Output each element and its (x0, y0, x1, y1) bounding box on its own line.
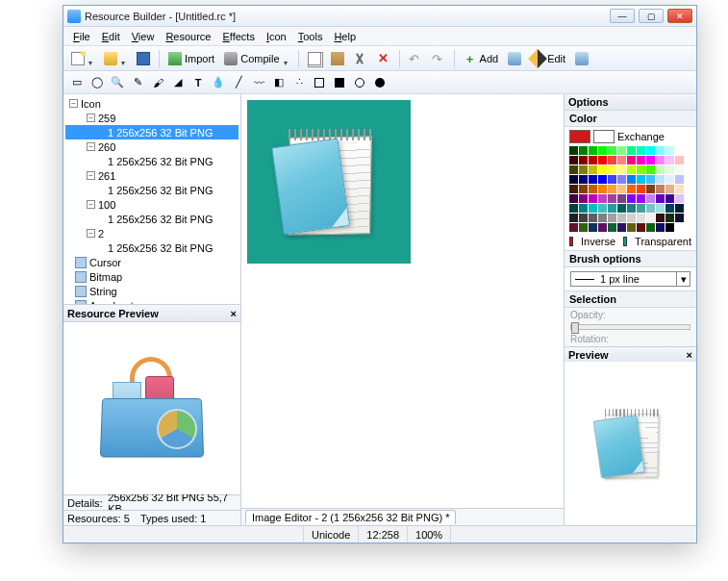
palette-cell[interactable] (637, 223, 645, 232)
palette-cell[interactable] (569, 214, 578, 222)
palette-cell[interactable] (646, 223, 655, 232)
palette-cell[interactable] (665, 146, 674, 155)
palette-cell[interactable] (608, 146, 616, 155)
palette-cell[interactable] (637, 194, 645, 203)
close-button[interactable]: ✕ (667, 9, 692, 23)
palette-cell[interactable] (598, 175, 607, 184)
palette-cell[interactable] (675, 175, 684, 184)
palette-cell[interactable] (627, 194, 636, 203)
menu-icon[interactable]: Icon (261, 29, 292, 44)
palette-cell[interactable] (598, 156, 607, 164)
image-canvas[interactable] (247, 100, 411, 264)
palette-cell[interactable] (589, 214, 597, 222)
brush-dropdown[interactable]: ▾ (677, 271, 690, 287)
palette-cell[interactable] (579, 165, 588, 174)
palette-cell[interactable] (656, 214, 665, 222)
select-rect-tool[interactable]: ▭ (69, 75, 85, 90)
redo-button[interactable] (428, 49, 449, 68)
save-button[interactable] (133, 49, 154, 68)
palette-cell[interactable] (656, 223, 665, 232)
editor-tab[interactable]: Image Editor - 2 (1 256x256 32 Bit PNG) … (245, 510, 456, 524)
rect-outline-tool[interactable] (312, 75, 327, 90)
line-tool[interactable]: ╱ (231, 75, 246, 90)
palette-cell[interactable] (637, 185, 645, 193)
palette-cell[interactable] (589, 175, 597, 184)
extra-button[interactable] (571, 49, 592, 68)
undo-button[interactable] (405, 49, 426, 68)
transparent-swatch[interactable] (623, 237, 627, 246)
inverse-swatch[interactable] (569, 237, 573, 246)
palette-cell[interactable] (608, 165, 616, 174)
open-button[interactable] (100, 49, 131, 68)
tree-type[interactable]: String (65, 284, 238, 298)
palette-cell[interactable] (675, 165, 684, 174)
palette-cell[interactable] (637, 204, 645, 213)
palette-cell[interactable] (617, 214, 626, 222)
palette-cell[interactable] (646, 175, 655, 184)
palette-cell[interactable] (675, 156, 684, 164)
palette-cell[interactable] (665, 214, 674, 222)
palette-cell[interactable] (646, 165, 655, 174)
palette-cell[interactable] (589, 185, 597, 193)
palette-cell[interactable] (579, 194, 588, 203)
palette-cell[interactable] (569, 204, 578, 213)
palette-cell[interactable] (637, 175, 645, 184)
menu-tools[interactable]: Tools (292, 29, 329, 44)
palette-cell[interactable] (646, 204, 655, 213)
palette-cell[interactable] (617, 165, 626, 174)
select-ellipse-tool[interactable]: ◯ (89, 75, 105, 90)
palette-cell[interactable] (675, 185, 684, 193)
menu-edit[interactable]: Edit (96, 29, 126, 44)
palette-cell[interactable] (665, 185, 674, 193)
palette-cell[interactable] (656, 146, 665, 155)
minimize-button[interactable]: — (610, 9, 635, 23)
tree-node-icon[interactable]: −Icon (65, 96, 238, 111)
palette-cell[interactable] (646, 156, 655, 164)
palette-cell[interactable] (589, 146, 597, 155)
palette-cell[interactable] (646, 185, 655, 193)
palette-cell[interactable] (579, 156, 588, 164)
delete-button[interactable]: ✕ (373, 49, 394, 68)
palette-cell[interactable] (665, 156, 674, 164)
palette-cell[interactable] (569, 185, 578, 193)
text-tool[interactable]: T (190, 75, 206, 90)
palette-cell[interactable] (608, 156, 616, 164)
preview-pane-close[interactable]: × (687, 349, 692, 361)
palette-cell[interactable] (608, 185, 616, 193)
opacity-slider[interactable] (570, 324, 690, 330)
tree-node[interactable]: −260 (65, 139, 238, 154)
paste-button[interactable] (327, 49, 348, 68)
palette-cell[interactable] (665, 204, 674, 213)
menu-view[interactable]: View (126, 29, 161, 44)
tree-leaf[interactable]: 1 256x256 32 Bit PNG (65, 154, 238, 168)
palette-cell[interactable] (589, 165, 597, 174)
palette-cell[interactable] (617, 194, 626, 203)
tree-leaf[interactable]: 1 256x256 32 Bit PNG (65, 240, 238, 255)
tree-node[interactable]: −2 (65, 226, 238, 240)
tree-type[interactable]: Cursor (65, 255, 238, 269)
palette-cell[interactable] (656, 175, 665, 184)
brush-tool[interactable]: 🖌 (150, 75, 165, 90)
menu-file[interactable]: File (67, 29, 96, 44)
palette-cell[interactable] (617, 156, 626, 164)
airbrush-tool[interactable]: ∴ (291, 75, 307, 90)
palette-cell[interactable] (637, 214, 645, 222)
palette-cell[interactable] (665, 165, 674, 174)
palette-cell[interactable] (627, 223, 636, 232)
palette-cell[interactable] (608, 175, 616, 184)
palette-cell[interactable] (675, 223, 684, 232)
exchange-link[interactable]: Exchange (617, 131, 665, 142)
canvas-area[interactable] (241, 94, 564, 508)
palette-cell[interactable] (665, 194, 674, 203)
palette-cell[interactable] (569, 146, 578, 155)
copy-button[interactable] (304, 49, 325, 68)
eraser-tool[interactable]: ◧ (271, 75, 287, 90)
palette-cell[interactable] (627, 146, 636, 155)
bg-color-swatch[interactable] (593, 130, 615, 143)
magnify-tool[interactable]: 🔍 (110, 75, 125, 90)
palette-cell[interactable] (656, 194, 665, 203)
palette-cell[interactable] (675, 214, 684, 222)
palette-cell[interactable] (608, 194, 616, 203)
palette-cell[interactable] (637, 156, 645, 164)
palette-cell[interactable] (598, 194, 607, 203)
